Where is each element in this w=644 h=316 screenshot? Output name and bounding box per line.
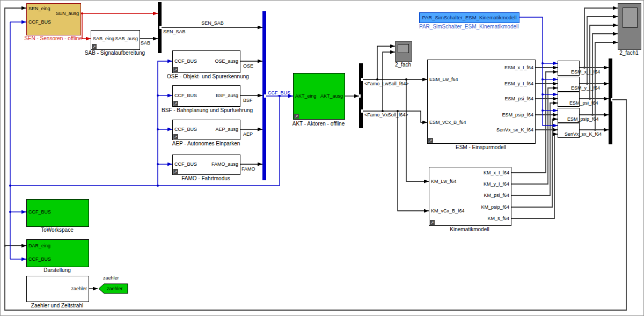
block-bsf[interactable]: CCF_BUS BSF_ausg xyxy=(172,85,240,107)
wire-label-esm-x: ESM_x_I_f64 xyxy=(571,69,600,75)
wire-label-esm-psip: ESM_psip_f64 xyxy=(567,116,599,122)
par-value: PAR_SimSchalter_ESM_Kinematikmodell xyxy=(422,14,516,20)
port-tw-ccf-bus: CCF_BUS xyxy=(28,209,51,215)
junction-ccf-mid xyxy=(157,185,159,187)
scope-2fach[interactable] xyxy=(395,41,412,62)
port-sen-ausg: SEN_ausg xyxy=(56,11,79,17)
label-aep: AEP - Autonomes Einparken xyxy=(171,141,241,147)
wire-sen-ausg-to-sab xyxy=(82,13,91,39)
port-sab-ausg: SAB_ausg xyxy=(115,36,138,42)
junction-sw3 xyxy=(589,98,591,100)
junction-ccf-famo xyxy=(157,163,159,165)
port-km-psi: KM_psi_f64 xyxy=(484,193,509,199)
subsystem-badge-icon xyxy=(430,220,435,225)
wire-lwsoll-to-km xyxy=(406,79,429,181)
subsystem-badge-icon xyxy=(92,44,97,49)
block-ose[interactable]: CCF_BUS OSE_ausg xyxy=(172,50,240,73)
port-km-s: KM_s_f64 xyxy=(487,216,509,222)
port-ose-ausg: OSE_ausg xyxy=(215,58,238,64)
wire-label-famo-vxsoll: <Famo_VxSoll_f64> xyxy=(364,112,408,117)
port-esm-vcx: ESM_vCx_B_f64 xyxy=(429,120,466,126)
block-darstellung[interactable]: DAR_eing CCF_BUS xyxy=(26,239,89,267)
goto-tag-text: zaehler xyxy=(107,286,123,291)
port-esm-x: ESM_x_I_f64 xyxy=(504,65,533,71)
label-ose: OSE - Objekt- und Spurerkennung xyxy=(167,74,245,80)
junction-par-sw3 xyxy=(541,93,544,95)
label-akt: AKT - Aktoren - offline xyxy=(277,121,360,127)
label-darstellung: Darstellung xyxy=(26,267,88,274)
port-km-psip: KM_psip_f64 xyxy=(481,204,509,210)
port-sab-eing: SAB_eing xyxy=(93,36,114,42)
junction-sw5 xyxy=(594,129,596,131)
bus-creator-ccf-notch xyxy=(264,94,266,98)
wire-label-ose: OSE xyxy=(243,63,253,69)
block-toworkspace[interactable]: CCF_BUS xyxy=(26,199,89,227)
subsystem-badge-icon xyxy=(173,169,178,174)
subsystem-badge-icon xyxy=(173,134,178,139)
port-akt-ausg: AKT_ausg xyxy=(320,93,343,99)
port-esm-senvx: SenVx_sx_K_f64 xyxy=(496,127,533,133)
port-km-x: KM_x_I_f64 xyxy=(484,170,509,176)
block-sen-sensoren[interactable]: SEN_eing CCF_BUS SEN_ausg xyxy=(26,3,81,35)
junction-lwsoll-scope xyxy=(376,78,378,80)
port-dar-eing: DAR_eing xyxy=(28,243,50,249)
wire-label-esm-y: ESM_y_I_f64 xyxy=(571,85,600,91)
block-famo[interactable]: CCF_BUS FAMO_ausg xyxy=(172,155,240,175)
block-aep[interactable]: CCF_BUS AEP_ausg xyxy=(172,120,240,140)
wire-label-senvx: SenVx_sx_K_f64 xyxy=(565,131,602,137)
wire-label-famo-lwsoll: <Famo_LwSoll_f64> xyxy=(364,81,409,86)
label-sab: SAB - Signalaufbereitung xyxy=(83,50,147,56)
label-par: PAR_SimSchalter_ESM_Kinematikmodell xyxy=(419,24,518,30)
label-toworkspace: ToWorkspace xyxy=(26,227,88,233)
subsystem-badge-icon xyxy=(428,138,433,143)
junction-sw1 xyxy=(583,67,586,69)
bus-creator-sen-sab-notch xyxy=(159,26,162,29)
port-ose-ccf-bus: CCF_BUS xyxy=(174,58,197,64)
port-aep-ausg: AEP_ausg xyxy=(215,127,238,133)
subsystem-badge-icon xyxy=(173,67,178,72)
mux-output-bar-notch xyxy=(611,98,612,101)
junction-par-sw4 xyxy=(541,109,544,112)
port-km-lw: KM_Lw_f64 xyxy=(431,179,457,185)
block-akt-aktoren[interactable]: AKT_eing AKT_ausg xyxy=(293,73,345,120)
junction-lwsoll-km xyxy=(405,78,407,80)
port-bsf-ccf-bus: CCF_BUS xyxy=(174,93,197,99)
port-sen-eing: SEN_eing xyxy=(28,6,50,12)
port-bsf-ausg: BSF_ausg xyxy=(216,93,238,99)
block-zaehler-zeitstrahl[interactable]: zaehler xyxy=(26,276,89,302)
port-esm-lw: ESM_Lw_f64 xyxy=(429,77,458,83)
port-km-y: KM_y_I_f64 xyxy=(484,181,509,187)
junction-par-sw2 xyxy=(541,78,544,80)
junction-ccf-tw xyxy=(9,211,11,213)
block-kinematikmodell[interactable]: KM_Lw_f64 KM_vCx_B_f64 KM_x_I_f64 KM_y_I… xyxy=(429,167,511,226)
bus-selector-famo-notch-out2 xyxy=(361,109,363,113)
subsystem-badge-icon xyxy=(173,101,178,106)
port-esm-psip: ESM_psip_f64 xyxy=(502,112,533,118)
port-zaehler-out: zaehler xyxy=(71,286,87,292)
label-bsf: BSF - Bahnplanung und Spurfuehrung xyxy=(162,107,250,114)
scope-screen xyxy=(623,8,638,28)
junction-ccf-left xyxy=(9,185,11,187)
label-esm: ESM - Einspurmodell xyxy=(427,144,535,151)
scope-screen xyxy=(398,44,409,53)
block-esm-einspurmodell[interactable]: ESM_Lw_f64 ESM_vCx_B_f64 ESM_x_I_f64 ESM… xyxy=(427,60,536,144)
wire-label-esm-psi: ESM_psi_f64 xyxy=(569,100,598,106)
label-goto-tag: zaehler xyxy=(103,275,119,281)
junction-ccf-bsf xyxy=(157,94,159,97)
wire-label-sab: SAB xyxy=(141,40,150,46)
port-famo-ccf-bus: CCF_BUS xyxy=(174,161,197,167)
junction-par-sw1 xyxy=(541,62,544,64)
wire-label-ccf-bus: CCF_BUS xyxy=(268,90,290,95)
junction-sw4 xyxy=(591,114,594,116)
port-famo-ausg: FAMO_ausg xyxy=(211,161,238,167)
subsystem-badge-icon xyxy=(294,114,299,119)
label-scope-2fach1: 2_fach1 xyxy=(616,50,642,56)
simulink-model-canvas: SEN_eing CCF_BUS SEN_ausg SEN - Sensoren… xyxy=(0,0,644,316)
block-sab-signalaufbereitung[interactable]: SAB_eing SAB_ausg xyxy=(91,30,140,50)
port-akt-eing: AKT_eing xyxy=(295,93,317,99)
scope-2fach1[interactable] xyxy=(618,3,641,50)
junction-sen-ausg xyxy=(81,12,83,14)
port-sen-ccf-bus: CCF_BUS xyxy=(28,19,51,25)
port-esm-psi: ESM_psi_f64 xyxy=(504,96,533,102)
block-par-simschalter[interactable]: PAR_SimSchalter_ESM_Kinematikmodell xyxy=(419,12,519,23)
